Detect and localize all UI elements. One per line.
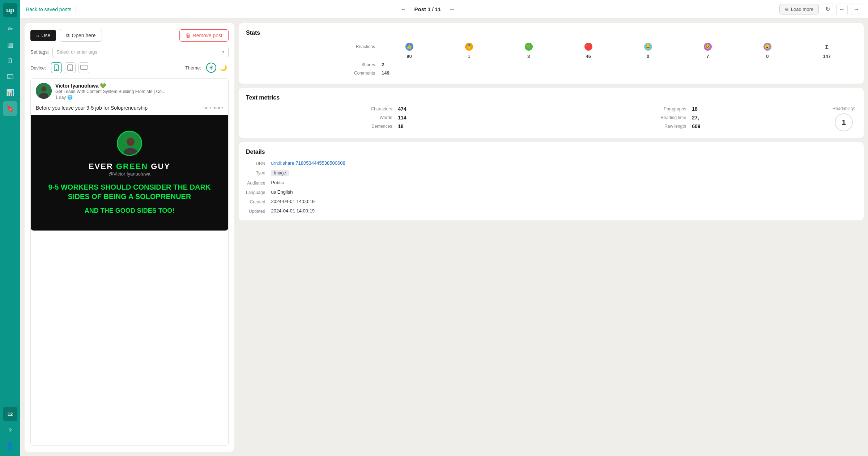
post-meta: Victor Iyanuoluwa 💚 Get Leads With Conte… — [55, 83, 223, 100]
reaction-wow: 😮 — [737, 41, 797, 52]
post-image: Ever Green Guy @Victor Iyanuoluwa 9-5 Wo… — [31, 115, 228, 231]
load-more-icon: ⊕ — [785, 7, 789, 12]
left-panel: ○ Use ⧉ Open here 🗑 Remove post Set tags… — [25, 23, 234, 452]
count-total: 147 — [797, 52, 856, 60]
sidebar-badge-count[interactable]: 12 — [3, 407, 17, 421]
type-label: Type — [246, 170, 265, 176]
sentences-value: 18 — [396, 123, 531, 129]
count-gold: 1 — [439, 52, 499, 60]
readability-circle: 1 — [835, 113, 853, 131]
sidebar-item-help[interactable]: ? — [3, 423, 17, 437]
dropdown-arrow-icon: ▾ — [222, 49, 225, 55]
reactions-row-label: Reactions — [246, 41, 379, 52]
shares-value: 2 — [379, 60, 856, 69]
audience-label: Audience — [246, 180, 265, 186]
sidebar-item-inbox[interactable] — [3, 69, 17, 84]
readability-value: 1 — [842, 118, 846, 127]
use-button[interactable]: ○ Use — [30, 30, 56, 41]
post-nav: ← Post 1 / 11 → — [80, 4, 775, 14]
post-text: Before you leave your 9-5 job for Solopr… — [31, 103, 228, 115]
words-value: 114 — [396, 115, 531, 121]
reaction-sigma: Σ — [797, 41, 856, 52]
shares-label: Shares — [246, 60, 379, 69]
poster-subtitle: Get Leads With Content System Building F… — [55, 89, 223, 94]
svg-point-14 — [42, 87, 46, 91]
back-link[interactable]: Back to saved posts — [26, 7, 71, 12]
refresh-button[interactable]: ↻ — [822, 4, 833, 15]
comments-row: Comments 149 — [246, 69, 856, 77]
reaction-green: 💚 — [499, 41, 558, 52]
svg-point-5 — [56, 69, 57, 70]
urn-value[interactable]: urn:li:share:7180534445538500608 — [271, 160, 856, 166]
tags-row: Set tags: Select or enter tags ▾ — [30, 47, 229, 57]
details-title: Details — [246, 149, 856, 155]
use-icon: ○ — [36, 33, 39, 38]
reactions-counts-row: 90 1 3 46 0 7 0 147 — [246, 52, 856, 60]
toolbar: ○ Use ⧉ Open here 🗑 Remove post — [30, 29, 229, 42]
svg-point-7 — [70, 69, 71, 70]
reading-time-value: 27, — [690, 115, 825, 121]
brand-name: Ever Green Guy — [89, 162, 170, 171]
sidebar-item-grid[interactable]: ▦ — [3, 38, 17, 52]
tags-input[interactable]: Select or enter tags ▾ — [52, 47, 229, 57]
poster-time: 1 day 🌐 — [55, 95, 223, 100]
nav-forward-button[interactable]: → — [851, 4, 862, 15]
created-value: 2024-04-01 14:00:19 — [271, 199, 856, 204]
sidebar-item-saved[interactable]: 🔖 — [3, 101, 17, 116]
light-theme-button[interactable]: ☀ — [206, 63, 216, 73]
theme-label: Theme: — [185, 65, 201, 71]
reaction-gold: 🥇 — [439, 41, 499, 52]
svg-rect-3 — [8, 78, 11, 79]
use-label: Use — [41, 33, 50, 38]
svg-point-17 — [127, 138, 135, 146]
post-counter: Post 1 / 11 — [414, 6, 441, 12]
top-nav: Back to saved posts ← Post 1 / 11 → ⊕ Lo… — [20, 0, 868, 19]
remove-post-button[interactable]: 🗑 Remove post — [179, 29, 229, 42]
post-preview: Victor Iyanuoluwa 💚 Get Leads With Conte… — [30, 78, 229, 446]
count-wow: 0 — [737, 52, 797, 60]
prev-post-button[interactable]: ← — [398, 4, 408, 14]
next-post-button[interactable]: → — [447, 4, 457, 14]
post-card: Victor Iyanuoluwa 💚 Get Leads With Conte… — [31, 79, 228, 231]
stats-table: Reactions 👍 🥇 💚 ❤️ 😂 😢 😮 Σ 90 1 — [246, 41, 856, 77]
nav-back-button[interactable]: ← — [836, 4, 848, 15]
logo-text: up — [6, 7, 14, 14]
nav-right: ⊕ Load more ↻ ← → — [779, 4, 862, 15]
readability-label: Readability: — [833, 106, 855, 111]
characters-label: Characters — [246, 106, 392, 111]
svg-rect-2 — [8, 77, 10, 77]
right-panel: Stats Reactions 👍 🥇 💚 ❤️ 😂 😢 😮 Σ — [239, 23, 864, 452]
characters-value: 474 — [396, 106, 531, 112]
sidebar-item-edit[interactable]: ✏ — [3, 22, 17, 36]
sidebar-item-analytics[interactable]: 📊 — [3, 85, 17, 100]
device-icons — [51, 62, 89, 73]
post-subline: And the good sides too! — [85, 207, 175, 215]
sidebar-item-profile[interactable]: 👤 — [3, 439, 17, 453]
count-haha: 0 — [618, 52, 678, 60]
mobile-device-button[interactable] — [51, 62, 62, 73]
language-value: us English — [271, 189, 856, 195]
dark-theme-button[interactable]: 🌙 — [218, 63, 229, 73]
globe-icon: 🌐 — [67, 95, 73, 100]
main-area: Back to saved posts ← Post 1 / 11 → ⊕ Lo… — [20, 0, 868, 456]
sidebar-item-calendar[interactable]: 🗓 — [3, 54, 17, 68]
tablet-device-button[interactable] — [65, 62, 76, 73]
theme-icons: ☀ 🌙 — [206, 63, 229, 73]
count-heart: 46 — [558, 52, 618, 60]
metrics-title: Text metrics — [246, 94, 856, 101]
desktop-device-button[interactable] — [78, 62, 89, 73]
load-more-label: Load more — [791, 7, 813, 12]
avatar — [36, 83, 52, 99]
raw-length-label: Raw length — [536, 124, 686, 129]
count-like: 90 — [379, 52, 439, 60]
load-more-button[interactable]: ⊕ Load more — [779, 4, 819, 14]
see-more-link[interactable]: ...see more — [200, 104, 223, 111]
sidebar-logo[interactable]: up — [3, 3, 17, 17]
svg-point-15 — [39, 93, 48, 99]
updated-value: 2024-04-01 14:00:19 — [271, 208, 856, 214]
details-grid: URN urn:li:share:7180534445538500608 Typ… — [246, 160, 856, 214]
post-image-avatar — [117, 131, 142, 156]
open-here-label: Open here — [72, 33, 95, 38]
open-here-button[interactable]: ⧉ Open here — [60, 29, 102, 42]
poster-name: Victor Iyanuoluwa 💚 — [55, 83, 223, 89]
